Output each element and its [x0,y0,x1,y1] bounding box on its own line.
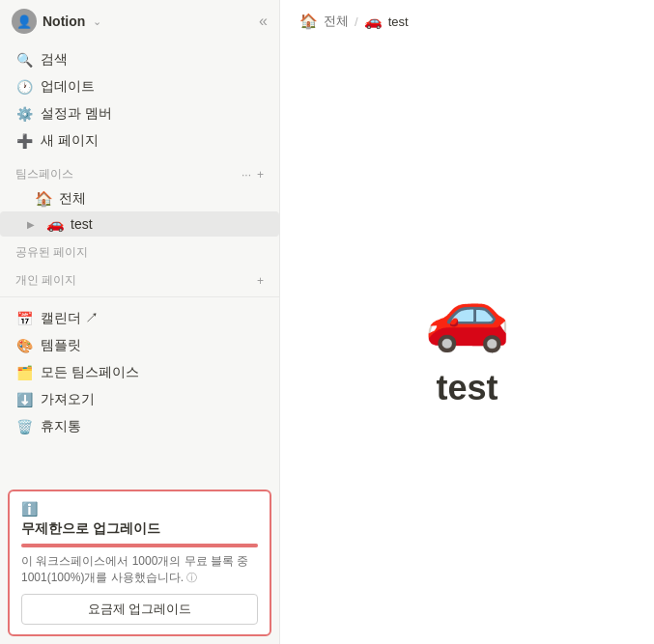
sidebar-item-updates[interactable]: 🕐 업데이트 [8,73,271,100]
breadcrumb-page-label: test [388,14,409,29]
upgrade-desc-info-icon: ⓘ [186,572,197,583]
sidebar-item-updates-label: 업데이트 [41,78,95,96]
upgrade-info-icon: ℹ️ [21,501,258,517]
upgrade-box: ℹ️ 무제한으로 업그레이드 이 워크스페이스에서 1000개의 무료 블록 중… [8,490,271,636]
upgrade-title: 무제한으로 업그레이드 [21,520,258,538]
main-content: 🏠 전체 / 🚗 test 🚗 test [280,0,654,644]
sidebar-item-templates[interactable]: 🎨 템플릿 [8,332,271,359]
sidebar-header: 👤 Notion ⌄ « [0,0,279,42]
avatar: 👤 [12,9,37,34]
breadcrumb-page-icon: 🚗 [364,13,383,30]
shared-pages-label: 공유된 페이지 [0,237,279,265]
tree-item-test[interactable]: ▶ 🚗 test [0,211,279,237]
tree-item-all-label: 전체 [59,190,86,208]
teamspace-label: 팀스페이스 [15,166,73,182]
sidebar-item-trash[interactable]: 🗑️ 휴지통 [8,413,271,440]
sidebar-item-trash-label: 휴지통 [41,418,81,435]
sidebar-item-calendar[interactable]: 📅 캘린더 ↗ [8,305,271,332]
page-body: 🚗 test [280,42,654,644]
import-icon: ⬇️ [15,391,33,408]
page-emoji: 🚗 [424,279,511,349]
sidebar-item-search[interactable]: 🔍 검색 [8,46,271,73]
sidebar-bottom-nav: 📅 캘린더 ↗ 🎨 템플릿 🗂️ 모든 팀스페이스 ⬇️ 가져오기 🗑️ 휴지통 [0,301,279,444]
sidebar-item-settings-label: 설정과 멤버 [41,105,112,123]
sidebar-divider [0,296,279,297]
workspace-name: Notion [43,14,85,29]
sidebar-item-new-page[interactable]: ➕ 새 페이지 [8,127,271,154]
settings-icon: ⚙️ [15,105,33,123]
teamspace-section-header: 팀스페이스 ··· + [0,158,279,186]
breadcrumb: 🏠 전체 / 🚗 test [280,0,654,42]
sidebar-item-all-teamspaces-label: 모든 팀스페이스 [41,364,139,381]
teamspace-more-icon[interactable]: ··· [242,168,251,182]
all-pages-icon: 🏠 [35,190,53,208]
breadcrumb-separator: / [355,14,358,29]
test-page-icon: 🚗 [46,215,65,233]
chevron-down-icon: ⌄ [93,15,101,28]
sidebar-item-import[interactable]: ⬇️ 가져오기 [8,386,271,413]
breadcrumb-home-label: 전체 [324,13,349,30]
sidebar-item-templates-label: 템플릿 [41,337,81,354]
tree-item-test-label: test [71,216,93,232]
sidebar-item-all-teamspaces[interactable]: 🗂️ 모든 팀스페이스 [8,359,271,386]
teamspace-add-icon[interactable]: + [257,168,264,182]
sidebar-nav: 🔍 검색 🕐 업데이트 ⚙️ 설정과 멤버 ➕ 새 페이지 [0,42,279,158]
sidebar-item-search-label: 검색 [41,51,68,69]
tree-item-all[interactable]: 🏠 전체 [0,186,279,211]
upgrade-button[interactable]: 요금제 업그레이드 [21,594,258,625]
new-page-icon: ➕ [15,132,33,150]
trash-icon: 🗑️ [15,418,33,435]
sidebar-item-calendar-label: 캘린더 ↗ [41,310,99,327]
private-pages-label: 개인 페이지 [15,272,76,289]
all-teamspaces-icon: 🗂️ [15,364,33,381]
sidebar: 👤 Notion ⌄ « 🔍 검색 🕐 업데이트 ⚙️ 설정과 멤버 ➕ 새 페… [0,0,280,644]
calendar-icon: 📅 [15,310,33,327]
upgrade-description: 이 워크스페이스에서 1000개의 무료 블록 중 1001(100%)개를 사… [21,553,258,586]
expand-arrow-icon: ▶ [27,219,41,230]
sidebar-item-new-page-label: 새 페이지 [41,132,99,150]
sidebar-item-settings[interactable]: ⚙️ 설정과 멤버 [8,100,271,127]
page-title: test [436,368,498,408]
breadcrumb-home-icon: 🏠 [299,13,318,30]
private-pages-section-header: 개인 페이지 + [0,265,279,293]
search-icon: 🔍 [15,51,33,69]
templates-icon: 🎨 [15,337,33,354]
upgrade-progress-fill [21,544,258,547]
private-pages-add-icon[interactable]: + [257,274,264,288]
teamspace-actions: ··· + [242,168,264,182]
upgrade-progress-bar [21,544,258,547]
sidebar-item-import-label: 가져오기 [41,391,95,408]
collapse-sidebar-icon[interactable]: « [259,13,268,30]
updates-icon: 🕐 [15,78,33,96]
workspace-info[interactable]: 👤 Notion ⌄ [12,9,101,34]
